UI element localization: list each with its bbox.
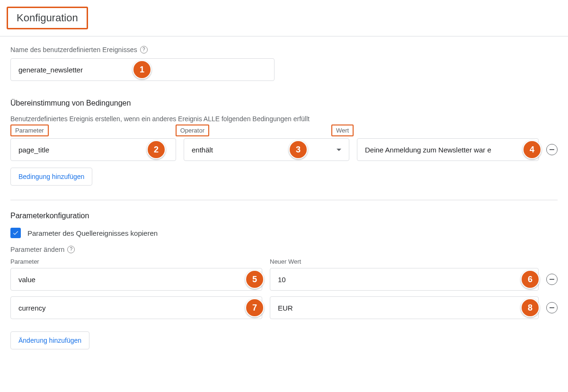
header-value: Wert <box>331 125 354 136</box>
remove-param-button[interactable] <box>546 274 558 285</box>
annotation-badge-3: 3 <box>289 140 308 159</box>
conditions-title: Übereinstimmung von Bedingungen <box>10 99 558 107</box>
event-name-section: Name des benutzerdefinierten Ereignisses… <box>0 36 568 87</box>
event-name-label: Name des benutzerdefinierten Ereignisses… <box>10 46 558 53</box>
add-condition-button[interactable]: Bedingung hinzufügen <box>10 168 92 186</box>
event-name-value: generate_newsletter <box>18 66 83 74</box>
annotation-badge-2: 2 <box>147 140 166 159</box>
pc-header-new-value: Neuer Wert <box>270 258 558 265</box>
param-name-input[interactable]: currency <box>10 296 262 319</box>
copy-params-checkbox[interactable] <box>10 228 21 238</box>
condition-value-text: Deine Anmeldung zum Newsletter war e <box>365 146 491 154</box>
page-title-text: Konfiguration <box>17 12 78 24</box>
conditions-headers: Parameter Operator Wert <box>10 125 558 136</box>
check-icon <box>12 230 19 236</box>
annotation-badge-8: 8 <box>521 298 540 317</box>
chevron-down-icon <box>337 149 341 151</box>
param-value-input[interactable]: 10 <box>270 268 539 291</box>
modify-params-label: Parameter ändern ? <box>10 246 558 253</box>
condition-value-input[interactable]: Deine Anmeldung zum Newsletter war e <box>357 138 539 161</box>
add-change-button[interactable]: Änderung hinzufügen <box>10 331 89 349</box>
annotation-badge-5: 5 <box>245 270 264 289</box>
condition-row: page_title 2 enthält 3 Deine Anmeldung z… <box>10 138 558 161</box>
page-title: Konfiguration <box>7 7 88 29</box>
copy-params-label: Parameter des Quellereignisses kopieren <box>27 229 158 237</box>
copy-params-row: Parameter des Quellereignisses kopieren <box>10 228 558 238</box>
conditions-section: Übereinstimmung von Bedingungen Benutzer… <box>0 87 568 191</box>
condition-operator-select[interactable]: enthält <box>184 138 349 161</box>
header-operator: Operator <box>176 125 209 136</box>
condition-operator-value: enthält <box>192 146 213 154</box>
header-parameter: Parameter <box>10 125 49 136</box>
event-name-label-text: Name des benutzerdefinierten Ereignisses <box>10 46 137 53</box>
parameter-config-title: Parameterkonfiguration <box>10 212 558 220</box>
param-name-input[interactable]: value <box>10 268 262 291</box>
conditions-description: Benutzerdefiniertes Ereignis erstellen, … <box>10 115 558 123</box>
annotation-badge-4: 4 <box>523 140 541 159</box>
condition-parameter-value: page_title <box>18 146 49 154</box>
parameter-config-section: Parameterkonfiguration Parameter des Que… <box>0 200 568 355</box>
pc-header-parameter: Parameter <box>10 258 262 265</box>
help-icon[interactable]: ? <box>140 46 148 53</box>
annotation-badge-6: 6 <box>521 270 540 289</box>
remove-condition-button[interactable] <box>546 144 558 155</box>
param-config-headers: Parameter Neuer Wert <box>10 258 558 265</box>
param-row: value 5 10 6 <box>10 268 558 291</box>
help-icon[interactable]: ? <box>67 246 75 253</box>
annotation-badge-1: 1 <box>133 60 151 79</box>
param-value-input[interactable]: EUR <box>270 296 539 319</box>
annotation-badge-7: 7 <box>245 298 264 317</box>
remove-param-button[interactable] <box>546 302 558 313</box>
param-row: currency 7 EUR 8 <box>10 296 558 319</box>
